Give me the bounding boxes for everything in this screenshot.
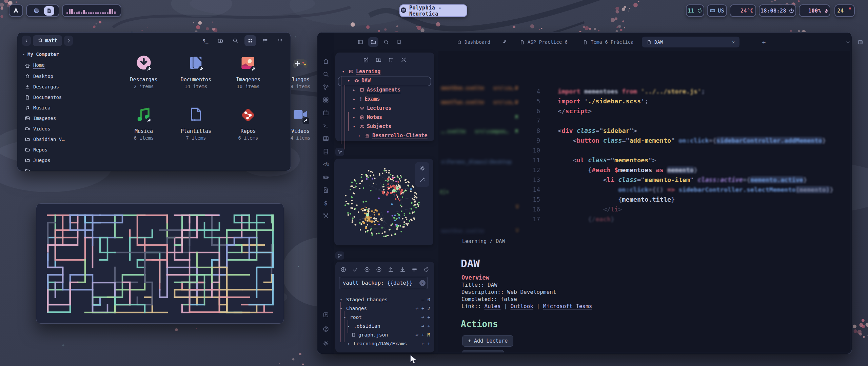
ribbon-help-icon[interactable] <box>320 324 332 334</box>
tray-updates[interactable]: 11 <box>686 4 704 17</box>
caret-icon[interactable]: ▾ <box>340 307 344 310</box>
tab-dashboard[interactable]: Dashboard <box>452 37 512 47</box>
caret-icon[interactable]: ▸ <box>353 97 357 101</box>
list-view-button[interactable] <box>259 35 271 46</box>
caret-icon[interactable]: ▾ <box>340 298 344 302</box>
terminal-button[interactable]: $_ <box>200 35 211 46</box>
file-manager-window[interactable]: matt $_ ▾ My Computer HomeDesktopDescarg… <box>17 32 291 171</box>
sidebar-item-obsidian-v-[interactable]: Obsidian V… <box>25 134 76 144</box>
ribbon-search-icon[interactable] <box>320 69 332 79</box>
sidebar-item-juegos[interactable]: Juegos <box>25 155 76 165</box>
sidebar-item-videos[interactable]: Videos <box>25 123 76 134</box>
tree-item-subjects[interactable]: ▾Subjects <box>353 123 391 129</box>
caret-icon[interactable]: ▾ <box>353 124 357 129</box>
breadcrumb[interactable]: matt <box>33 35 62 46</box>
git-row-actions[interactable]: — 0 <box>421 297 430 302</box>
graph-section-tab[interactable] <box>335 148 344 156</box>
graph-settings-gear-icon[interactable] <box>419 165 426 173</box>
git-row-actions[interactable]: ↩ + <box>421 314 430 320</box>
git-row-actions[interactable]: ↩ + M <box>415 332 430 338</box>
tab-tema-6-pr-cticas-[interactable]: Tema 6 Prácticas -… <box>578 37 638 47</box>
forward-button[interactable] <box>64 36 73 46</box>
ribbon-book-icon[interactable] <box>320 146 332 157</box>
sidebar-section-my-computer[interactable]: ▾ My Computer <box>23 52 76 57</box>
git-row-root[interactable]: ▾root <box>344 314 362 320</box>
pull-button[interactable] <box>399 266 406 274</box>
grid-view-button[interactable] <box>244 35 256 46</box>
folder-item-plantillas[interactable]: Plantillas 7 items <box>171 106 221 141</box>
back-button[interactable] <box>22 36 31 46</box>
link-aules[interactable]: Aules <box>484 303 500 309</box>
tab-asp-practice-6[interactable]: ASP Practice 6 <box>515 37 576 47</box>
sidebar-bookmark-icon[interactable] <box>394 37 404 47</box>
git-row--obsidian[interactable]: ▾.obsidian <box>348 323 380 329</box>
new-folder-button[interactable] <box>215 35 226 46</box>
sidebar-item-desktop[interactable]: Desktop <box>25 71 76 81</box>
ribbon-share-nodes-icon[interactable] <box>320 82 332 92</box>
tree-item-learning[interactable]: ▾Learning <box>342 68 380 75</box>
tree-item-exams[interactable]: ▸!Exams <box>353 96 380 102</box>
sidebar-item-clipped[interactable] <box>25 165 76 171</box>
push-button[interactable] <box>388 266 394 274</box>
git-row-learning-daw-exams[interactable]: ▾Learning/DAW/Exams <box>348 341 407 346</box>
ribbon-code-percent-icon[interactable]: <% <box>320 159 332 169</box>
-add-note-button[interactable]: + Add Note <box>462 350 504 352</box>
close-tab-icon[interactable]: ✕ <box>732 40 735 45</box>
caret-icon[interactable]: ▸ <box>353 88 357 92</box>
clear-commit-message-icon[interactable]: ✕ <box>419 280 426 286</box>
git-row-graph-json[interactable]: graph.json <box>351 332 388 338</box>
commit-button[interactable] <box>340 266 347 274</box>
folder-item-documentos[interactable]: Documentos 14 items <box>171 55 221 89</box>
caret-icon[interactable]: ▸ <box>353 106 357 110</box>
generative-art-window[interactable] <box>36 203 284 324</box>
caret-icon[interactable]: ▾ <box>344 316 348 319</box>
workspaces-widget[interactable] <box>26 4 59 17</box>
stage-all-button[interactable] <box>364 266 370 274</box>
ribbon-vault-icon[interactable] <box>320 310 332 320</box>
sidebar-item-repos[interactable]: Repos <box>25 144 76 155</box>
tab-list-chevron[interactable] <box>843 37 853 47</box>
git-row-actions[interactable]: ↩ + <box>421 323 430 329</box>
new-tab-button[interactable]: + <box>759 37 769 47</box>
split-pane-icon[interactable] <box>855 37 865 47</box>
ribbon-tools-icon[interactable] <box>320 211 332 221</box>
sidebar-search-icon[interactable] <box>381 37 391 47</box>
tray-clock[interactable]: 18:08:28 <box>759 4 796 17</box>
link-microsoft-teams[interactable]: Microsoft Teams <box>543 303 592 309</box>
menu-button[interactable] <box>274 35 286 46</box>
caret-icon[interactable]: ▸ <box>353 115 357 120</box>
ribbon-dollar-icon[interactable]: $ <box>320 198 332 208</box>
workspace-firefox[interactable] <box>32 6 42 16</box>
obsidian-window[interactable]: <%$ DashboardASP Practice 6Tema 6 Prácti… <box>317 32 852 354</box>
-add-lecture-button[interactable]: + Add Lecture <box>462 335 513 347</box>
sidebar-panel-left-icon[interactable] <box>355 37 366 47</box>
tree-item-lectures[interactable]: ▸Lectures <box>353 105 391 111</box>
sidebar-item-imagenes[interactable]: Imagenes <box>25 113 76 123</box>
commit-all-button[interactable] <box>352 266 358 274</box>
sidebar-item-documentos[interactable]: Documentos <box>25 92 76 102</box>
git-row-actions[interactable]: ↩ + 2 <box>415 306 430 311</box>
ribbon-table-icon[interactable] <box>320 134 332 144</box>
ribbon-home-icon[interactable] <box>320 56 332 66</box>
tray-notifications[interactable]: 24 <box>834 4 855 17</box>
search-button[interactable] <box>230 35 241 46</box>
caret-icon[interactable]: ▾ <box>348 342 351 346</box>
tree-item-desarrollo-cliente[interactable]: ▸Desarrollo-Cliente <box>358 133 428 139</box>
ribbon-layout-grid-icon[interactable] <box>320 95 332 105</box>
tray-kbd-layout[interactable]: US <box>707 4 727 17</box>
pin-icon[interactable] <box>502 39 507 45</box>
tree-item-daw[interactable]: ▾DAW <box>348 78 371 84</box>
system-graph-widget[interactable] <box>62 4 121 17</box>
sidebar-item-descargas[interactable]: Descargas <box>25 81 76 92</box>
sidebar-folder-icon[interactable] <box>368 37 378 47</box>
link-outlook[interactable]: Outlook <box>511 303 533 309</box>
tray-volume[interactable]: 100% <box>799 4 830 17</box>
caret-icon[interactable]: ▾ <box>348 324 351 328</box>
sidebar-item-musica[interactable]: Musica <box>25 102 76 113</box>
tree-item-assignments[interactable]: ▸Assignments <box>353 87 400 93</box>
git-row-staged-changes[interactable]: ▾Staged Changes <box>340 297 388 302</box>
refresh-button[interactable] <box>423 266 430 274</box>
note-breadcrumb[interactable]: Learning / DAW <box>462 238 505 244</box>
tray-weather[interactable]: 24°C <box>730 4 756 17</box>
folder-item-descargas[interactable]: Descargas 2 items <box>118 55 169 89</box>
